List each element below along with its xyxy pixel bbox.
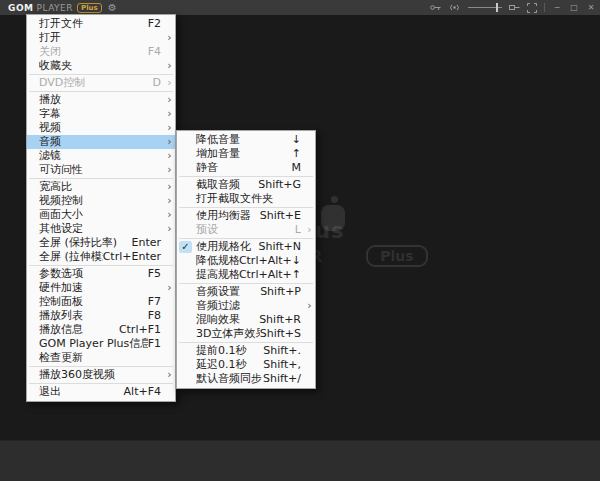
menu-item-label: 截取音频 [196, 178, 258, 192]
menu-item[interactable]: 可访问性› [27, 163, 175, 177]
menu-item[interactable]: 默认音频同步Shift+/ [177, 372, 315, 386]
menu-item-label: 控制面板 [39, 295, 148, 309]
menu-item[interactable]: 其他设定› [27, 222, 175, 236]
menu-item-label: 提高规格化程度 [196, 268, 239, 282]
menu-item[interactable]: 检查更新 [27, 351, 175, 365]
menu-item[interactable]: 预设L› [177, 223, 315, 237]
menu-item[interactable]: 提前0.1秒Shift+. [177, 344, 315, 358]
menu-item[interactable]: 音频设置Shift+P [177, 285, 315, 299]
menu-item-label: GOM Player Plus信息 [39, 337, 148, 351]
titlebar-slider[interactable] [468, 3, 502, 12]
submenu-arrow-icon: › [164, 208, 175, 222]
menu-item[interactable]: 视频控制› [27, 194, 175, 208]
menu-item[interactable]: GOM Player Plus信息F1 [27, 337, 175, 351]
menu-separator [29, 366, 173, 367]
menu-item[interactable]: 混响效果Shift+R [177, 313, 315, 327]
menu-item-label: 默认音频同步 [196, 372, 263, 386]
menu-item[interactable]: 退出Alt+F4 [27, 385, 175, 399]
menu-item-label: 降低规格化程度 [196, 254, 239, 268]
menu-item-label: 打开文件 [39, 17, 148, 31]
menu-item[interactable]: ✓使用规格化Shift+N [177, 240, 315, 254]
pin-on-top-icon[interactable] [509, 3, 520, 12]
menu-item-label: 视频控制 [39, 194, 161, 208]
menu-item[interactable]: 3D立体声效果Shift+S [177, 327, 315, 341]
menu-item[interactable]: 全屏 (保持比率)Enter [27, 236, 175, 250]
menu-item-label: 字幕 [39, 107, 161, 121]
menu-item-shortcut: F8 [148, 309, 161, 323]
menu-item[interactable]: 收藏夹› [27, 59, 175, 73]
menu-item-label: 使用均衡器 [196, 209, 260, 223]
menu-item[interactable]: 音频› [27, 135, 175, 149]
submenu-arrow-icon: › [164, 163, 175, 177]
menu-item[interactable]: 关闭F4 [27, 45, 175, 59]
menu-item-label: 画面大小 [39, 208, 161, 222]
menu-item[interactable]: 播放› [27, 93, 175, 107]
menu-item-shortcut: Shift+S [260, 327, 301, 341]
submenu-arrow-icon: › [164, 31, 175, 45]
menu-item-shortcut: L [295, 223, 301, 237]
check-placeholder [179, 255, 192, 267]
menu-item[interactable]: 截取音频Shift+G [177, 178, 315, 192]
menu-item[interactable]: 播放信息Ctrl+F1 [27, 323, 175, 337]
check-placeholder [179, 345, 192, 357]
menu-item[interactable]: 播放列表F8 [27, 309, 175, 323]
menu-item[interactable]: 画面大小› [27, 208, 175, 222]
menu-item[interactable]: 视频› [27, 121, 175, 135]
check-placeholder [179, 148, 192, 160]
menu-item-shortcut: Ctrl+Alt+↑ [239, 268, 301, 282]
menu-separator [29, 265, 173, 266]
close-button[interactable]: ✕ [586, 3, 596, 13]
menu-item-shortcut: F2 [148, 17, 161, 31]
menu-item[interactable]: 滤镜› [27, 149, 175, 163]
check-placeholder [179, 373, 192, 385]
menu-item[interactable]: 打开› [27, 31, 175, 45]
control-bar: / 360 SUB [0, 440, 600, 481]
menu-item-shortcut: Shift+. [263, 344, 301, 358]
submenu-arrow-icon: › [164, 194, 175, 208]
menu-item[interactable]: 硬件加速› [27, 281, 175, 295]
menu-item[interactable]: 宽高比› [27, 180, 175, 194]
menu-item[interactable]: 音频过滤› [177, 299, 315, 313]
menu-item[interactable]: 控制面板F7 [27, 295, 175, 309]
menu-separator [29, 74, 173, 75]
menu-item-label: 打开截取文件夹 [196, 192, 301, 206]
menu-item[interactable]: 增加音量↑ [177, 147, 315, 161]
check-placeholder [179, 359, 192, 371]
menu-item-label: 静音 [196, 161, 292, 175]
menu-item[interactable]: 打开截取文件夹 [177, 192, 315, 206]
menu-item-label: 滤镜 [39, 149, 161, 163]
menu-item[interactable]: 使用均衡器Shift+E [177, 209, 315, 223]
menu-item[interactable]: DVD控制D› [27, 76, 175, 90]
menu-item[interactable]: 参数选项F5 [27, 267, 175, 281]
submenu-arrow-icon: › [164, 93, 175, 107]
menu-item[interactable]: 播放360度视频› [27, 368, 175, 382]
submenu-arrow-icon: › [164, 76, 175, 90]
check-placeholder [179, 328, 192, 340]
menu-item[interactable]: 静音M [177, 161, 315, 175]
menu-item-label: DVD控制 [39, 76, 153, 90]
fullscreen-corners-icon[interactable] [527, 3, 537, 13]
submenu-arrow-icon: › [304, 223, 315, 237]
menu-item[interactable]: 降低规格化程度Ctrl+Alt+↓ [177, 254, 315, 268]
titlebar: GOM PLAYER Plus ⚙ − □ ✕ [0, 0, 600, 15]
menu-item-label: 全屏 (拉伸模式) [39, 250, 103, 264]
menu-separator [29, 91, 173, 92]
menu-item[interactable]: 提高规格化程度Ctrl+Alt+↑ [177, 268, 315, 282]
menu-item-label: 播放 [39, 93, 161, 107]
menu-item[interactable]: 延迟0.1秒Shift+, [177, 358, 315, 372]
menu-item[interactable]: 全屏 (拉伸模式)Ctrl+Enter [27, 250, 175, 264]
menu-item[interactable]: 降低音量↓ [177, 133, 315, 147]
maximize-button[interactable]: □ [569, 3, 579, 13]
broadcast-icon[interactable] [448, 3, 461, 12]
key-lock-icon[interactable] [430, 3, 441, 12]
menu-item[interactable]: 打开文件F2 [27, 17, 175, 31]
check-placeholder [179, 134, 192, 146]
menu-item-label: 全屏 (保持比率) [39, 236, 131, 250]
titlebar-slider-handle[interactable] [496, 3, 498, 12]
plus-badge: Plus [77, 3, 102, 13]
settings-gear-icon[interactable]: ⚙ [108, 3, 117, 13]
watermark-logo-dot [331, 196, 338, 203]
check-placeholder [179, 179, 192, 191]
menu-item[interactable]: 字幕› [27, 107, 175, 121]
minimize-button[interactable]: − [552, 3, 562, 13]
